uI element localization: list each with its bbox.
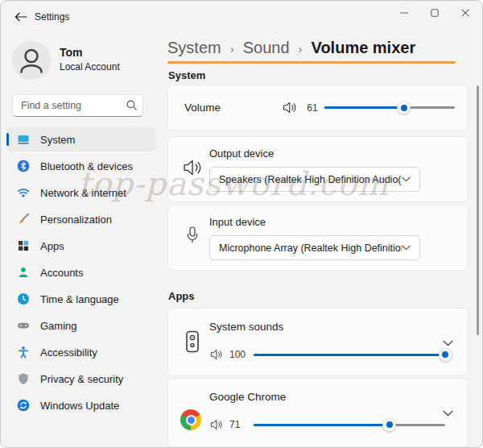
app-name: System sounds [209, 321, 283, 333]
profile-account-type: Local Account [60, 61, 120, 73]
selected-indicator [6, 133, 9, 146]
chevron-down-icon [402, 176, 411, 182]
input-device-label: Input device [209, 216, 266, 228]
window-controls [389, 1, 481, 25]
chevron-down-icon [443, 340, 453, 346]
close-button[interactable] [450, 1, 481, 25]
sidebar-item-apps[interactable]: Apps [6, 234, 155, 258]
sidebar-item-accessibility[interactable]: Accessibility [6, 340, 155, 364]
window-title: Settings [35, 11, 69, 23]
output-device-select[interactable]: Speakers (Realtek High Definition Audio(… [209, 167, 420, 192]
slider-fill [254, 354, 445, 356]
speaker-icon [210, 419, 224, 430]
windows-update-icon [17, 399, 30, 412]
volume-value: 61 [303, 102, 322, 114]
app-volume-row: 71 [210, 417, 445, 432]
accessibility-icon [17, 346, 30, 359]
search-input[interactable] [12, 94, 143, 117]
vertical-scrollbar[interactable] [477, 85, 479, 335]
input-device-value: Microphone Array (Realtek High Definitio… [219, 243, 402, 254]
sidebar-item-label: System [40, 134, 75, 146]
volume-slider[interactable] [324, 101, 455, 115]
sidebar-item-label: Gaming [40, 320, 77, 332]
back-arrow-icon [14, 12, 27, 22]
speaker-box-icon [182, 330, 203, 355]
app-card-google-chrome: Google Chrome 71 [167, 378, 469, 447]
chrome-logo-icon [180, 409, 201, 430]
system-icon [17, 133, 30, 146]
sidebar-item-network-internet[interactable]: Network & internet [6, 180, 155, 205]
minimize-icon [400, 9, 408, 17]
back-button[interactable] [10, 8, 31, 26]
sidebar-item-label: Bluetooth & devices [40, 160, 133, 172]
sidebar-item-label: Time & language [40, 293, 119, 305]
volume-card: Volume 61 [167, 85, 469, 131]
section-header-apps: Apps [168, 290, 195, 302]
search-box [12, 94, 143, 117]
breadcrumb: System › Sound › Volume mixer [167, 39, 415, 57]
output-device-card: Output device Speakers (Realtek High Def… [167, 136, 469, 202]
speaker-icon [210, 349, 224, 360]
slider-fill [254, 424, 390, 426]
sidebar-item-accounts[interactable]: Accounts [6, 260, 155, 284]
volume-label: Volume [184, 102, 221, 114]
settings-window: Settings Tom Local Account [0, 0, 483, 448]
app-name: Google Chrome [209, 391, 286, 403]
bluetooth-icon [17, 160, 30, 172]
slider-thumb[interactable] [439, 348, 452, 362]
breadcrumb-separator: › [299, 42, 303, 56]
gaming-icon [17, 319, 30, 332]
sidebar-item-time-language[interactable]: Time & language [6, 287, 155, 311]
breadcrumb-separator: › [230, 42, 234, 56]
input-device-select[interactable]: Microphone Array (Realtek High Definitio… [209, 235, 420, 260]
breadcrumb-sound[interactable]: Sound [243, 39, 290, 57]
input-device-card: Input device Microphone Array (Realtek H… [167, 205, 469, 271]
chevron-down-icon [402, 245, 411, 251]
app-card-system-sounds: System sounds 100 [167, 308, 469, 375]
sidebar-item-bluetooth-devices[interactable]: Bluetooth & devices [6, 154, 155, 178]
profile-name: Tom [60, 46, 83, 59]
personalization-icon [17, 213, 30, 226]
breadcrumb-underline [167, 61, 456, 64]
sidebar-item-gaming[interactable]: Gaming [6, 313, 155, 338]
slider-thumb[interactable] [382, 418, 396, 432]
microphone-icon [186, 226, 199, 246]
chevron-down-icon [443, 410, 453, 417]
privacy-security-icon [17, 372, 30, 385]
sidebar-item-label: Privacy & security [40, 373, 123, 385]
sidebar-item-personalization[interactable]: Personalization [6, 207, 155, 231]
sidebar-nav: System Bluetooth & devices Network & int… [6, 127, 155, 417]
network-icon [17, 186, 30, 199]
sidebar-item-label: Personalization [40, 214, 112, 226]
time-language-icon [17, 292, 30, 305]
maximize-button[interactable] [419, 1, 450, 25]
speaker-icon [283, 102, 298, 114]
sidebar-item-windows-update[interactable]: Windows Update [6, 393, 155, 417]
page-title: Volume mixer [312, 39, 416, 57]
app-volume-slider[interactable] [254, 417, 445, 432]
minimize-button[interactable] [389, 1, 419, 25]
search-icon [126, 100, 137, 110]
apps-icon [17, 239, 30, 252]
accounts-icon [17, 266, 30, 279]
output-device-label: Output device [209, 147, 274, 160]
slider-thumb[interactable] [397, 101, 411, 114]
close-icon [461, 9, 469, 17]
app-volume-value: 71 [229, 419, 250, 430]
slider-fill [324, 106, 404, 109]
avatar [12, 41, 51, 80]
sidebar-item-privacy-security[interactable]: Privacy & security [6, 367, 155, 391]
breadcrumb-system[interactable]: System [167, 39, 221, 57]
app-volume-value: 100 [229, 349, 250, 360]
sidebar-item-label: Accounts [40, 267, 83, 279]
section-header-system: System [168, 69, 205, 81]
sidebar-item-label: Apps [40, 240, 64, 252]
app-volume-row: 100 [210, 347, 445, 362]
sidebar-item-label: Network & internet [40, 187, 126, 199]
person-icon [12, 41, 51, 80]
speaker-icon [183, 159, 204, 176]
output-device-value: Speakers (Realtek High Definition Audio(… [219, 174, 402, 185]
sidebar-item-label: Accessibility [40, 346, 97, 359]
app-volume-slider[interactable] [254, 347, 445, 362]
sidebar-item-system[interactable]: System [6, 127, 155, 151]
